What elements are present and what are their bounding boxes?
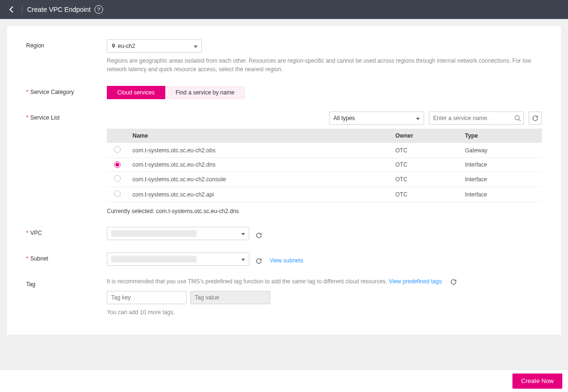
tag-remaining: You can add 10 more tags. — [107, 309, 542, 316]
segment-find-by-name[interactable]: Find a service by name — [165, 86, 245, 99]
service-owner: OTC — [391, 172, 460, 187]
help-icon[interactable]: ? — [95, 5, 103, 14]
service-category-label: Service Category — [26, 86, 107, 99]
refresh-button[interactable] — [529, 112, 542, 125]
vpc-refresh-button[interactable] — [256, 232, 262, 239]
type-filter-value: All types — [333, 115, 355, 121]
form-card: Region eu-ch2 Regions are geographic are… — [7, 26, 561, 335]
subnet-select[interactable] — [107, 252, 249, 266]
table-row[interactable]: com.t-systems.otc.sc.eu-ch2.dnsOTCInterf… — [107, 158, 542, 172]
tag-label: Tag — [26, 278, 107, 316]
service-name: com.t-systems.otc.sc.eu-ch2.obs — [128, 143, 391, 158]
tag-helper: It is recommended that you use TMS's pre… — [107, 278, 542, 285]
col-name: Name — [128, 129, 391, 143]
region-value: eu-ch2 — [118, 43, 135, 49]
type-filter-select[interactable]: All types — [329, 112, 424, 125]
pin-icon — [111, 44, 116, 48]
tags-refresh-button[interactable] — [450, 279, 457, 285]
col-owner: Owner — [391, 129, 460, 143]
service-type: Interface — [460, 158, 542, 172]
chevron-down-icon — [241, 233, 245, 235]
region-helper: Regions are geographic areas isolated fr… — [107, 56, 542, 74]
service-table: Name Owner Type com.t-systems.otc.sc.eu-… — [107, 129, 542, 202]
subnet-value-redacted — [111, 256, 197, 262]
chevron-left-icon — [9, 6, 14, 13]
col-type: Type — [460, 129, 542, 143]
service-radio[interactable] — [114, 175, 121, 182]
table-row[interactable]: com.t-systems.otc.sc.eu-ch2.obsOTCGatewa… — [107, 143, 542, 158]
service-name: com.t-systems.otc.sc.eu-ch2.console — [128, 172, 391, 187]
service-owner: OTC — [391, 158, 460, 172]
svg-line-1 — [519, 120, 521, 121]
view-subnets-link[interactable]: View subnets — [270, 257, 303, 264]
refresh-icon — [450, 279, 457, 285]
service-radio[interactable] — [114, 146, 121, 153]
service-list-label: Service List — [26, 112, 107, 215]
page-title: Create VPC Endpoint — [27, 6, 91, 13]
refresh-icon — [532, 115, 539, 121]
divider — [22, 5, 22, 14]
service-radio[interactable] — [114, 161, 121, 168]
vpc-select[interactable] — [107, 227, 249, 240]
chevron-down-icon — [416, 118, 420, 120]
subnet-refresh-button[interactable] — [256, 258, 262, 264]
svg-point-0 — [515, 116, 520, 120]
service-type: Interface — [460, 187, 542, 202]
region-select[interactable]: eu-ch2 — [107, 39, 202, 53]
vpc-label: VPC — [26, 227, 107, 240]
service-type: Gateway — [460, 143, 542, 158]
service-owner: OTC — [391, 187, 460, 202]
table-row[interactable]: com.t-systems.otc.sc.eu-ch2.apiOTCInterf… — [107, 187, 542, 202]
refresh-icon — [256, 258, 262, 264]
tag-key-input[interactable] — [107, 291, 187, 304]
segment-cloud-services[interactable]: Cloud services — [107, 86, 165, 99]
region-label: Region — [26, 39, 107, 74]
service-search-input[interactable] — [429, 112, 524, 125]
service-name: com.t-systems.otc.sc.eu-ch2.api — [128, 187, 391, 202]
subnet-label: Subnet — [26, 252, 107, 266]
chevron-down-icon — [241, 259, 245, 261]
service-owner: OTC — [391, 143, 460, 158]
service-radio[interactable] — [114, 190, 121, 197]
chevron-down-icon — [194, 46, 198, 48]
vpc-value-redacted — [111, 230, 197, 237]
top-bar: Create VPC Endpoint ? — [0, 0, 568, 19]
view-predefined-tags-link[interactable]: View predefined tags — [389, 278, 442, 285]
currently-selected: Currently selected: com.t-systems.otc.sc… — [107, 208, 542, 215]
search-icon[interactable] — [514, 115, 521, 121]
service-name: com.t-systems.otc.sc.eu-ch2.dns — [128, 158, 391, 172]
service-type: Interface — [460, 172, 542, 187]
tag-value-input[interactable] — [190, 291, 270, 304]
back-button[interactable] — [6, 4, 17, 15]
refresh-icon — [256, 232, 262, 239]
table-row[interactable]: com.t-systems.otc.sc.eu-ch2.consoleOTCIn… — [107, 172, 542, 187]
service-category-segment: Cloud services Find a service by name — [107, 86, 542, 99]
